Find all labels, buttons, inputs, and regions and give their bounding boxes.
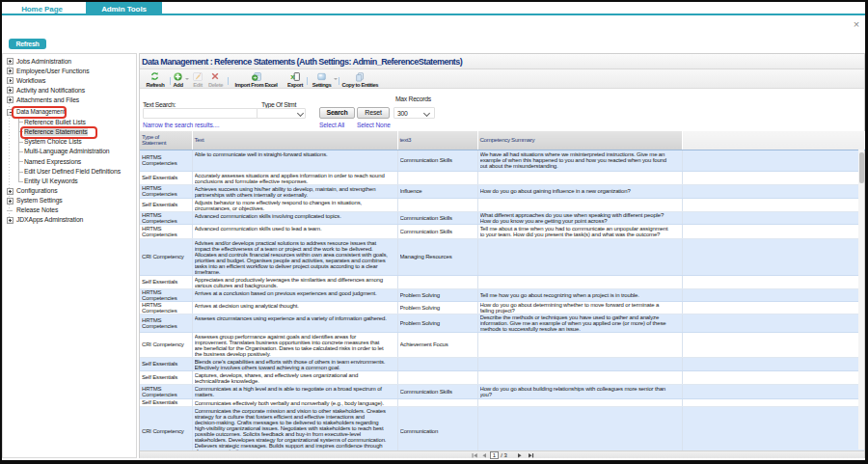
svg-text:x: x: [290, 72, 295, 81]
svg-text:/ 3: / 3: [501, 452, 507, 458]
